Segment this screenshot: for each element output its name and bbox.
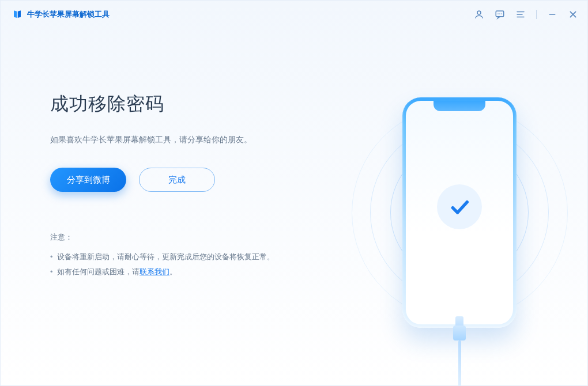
content-area: 成功移除密码 如果喜欢牛学长苹果屏幕解锁工具，请分享给你的朋友。 分享到微博 完… bbox=[1, 28, 587, 385]
right-panel bbox=[350, 69, 569, 385]
titlebar-separator bbox=[536, 10, 537, 19]
titlebar-left: 牛学长苹果屏幕解锁工具 bbox=[12, 9, 110, 20]
success-heading: 成功移除密码 bbox=[50, 92, 327, 117]
svg-point-0 bbox=[477, 11, 481, 14]
svg-point-3 bbox=[499, 13, 500, 14]
left-panel: 成功移除密码 如果喜欢牛学长苹果屏幕解锁工具，请分享给你的朋友。 分享到微博 完… bbox=[50, 69, 327, 385]
minimize-icon[interactable] bbox=[547, 9, 557, 20]
contact-us-link[interactable]: 联系我们 bbox=[140, 267, 169, 276]
phone-illustration bbox=[350, 74, 569, 351]
note-item-2-suffix: 。 bbox=[169, 267, 177, 276]
share-button[interactable]: 分享到微博 bbox=[50, 168, 126, 192]
menu-icon[interactable] bbox=[515, 9, 526, 20]
button-row: 分享到微博 完成 bbox=[50, 168, 327, 192]
phone-notch bbox=[434, 101, 485, 111]
titlebar-right bbox=[474, 9, 578, 20]
notes-section: 注意： 设备将重新启动，请耐心等待，更新完成后您的设备将恢复正常。 如有任何问题… bbox=[50, 232, 327, 279]
svg-point-4 bbox=[501, 13, 502, 14]
notes-list: 设备将重新启动，请耐心等待，更新完成后您的设备将恢复正常。 如有任何问题或困难，… bbox=[50, 249, 327, 279]
phone-frame bbox=[402, 97, 517, 328]
note-item-1: 设备将重新启动，请耐心等待，更新完成后您的设备将恢复正常。 bbox=[50, 249, 327, 264]
svg-point-2 bbox=[497, 13, 499, 14]
success-subtext: 如果喜欢牛学长苹果屏幕解锁工具，请分享给你的朋友。 bbox=[50, 133, 327, 146]
notes-title: 注意： bbox=[50, 232, 327, 243]
note-item-2-prefix: 如有任何问题或困难，请 bbox=[57, 267, 140, 276]
checkmark-icon bbox=[437, 184, 482, 229]
cable-icon bbox=[454, 316, 465, 386]
note-item-2: 如有任何问题或困难，请联系我们。 bbox=[50, 264, 327, 279]
feedback-icon[interactable] bbox=[495, 9, 505, 20]
done-button[interactable]: 完成 bbox=[139, 168, 215, 192]
phone-screen bbox=[406, 101, 513, 324]
app-title: 牛学长苹果屏幕解锁工具 bbox=[27, 9, 110, 20]
app-logo-icon bbox=[12, 9, 22, 20]
titlebar: 牛学长苹果屏幕解锁工具 bbox=[1, 1, 587, 28]
app-window: 牛学长苹果屏幕解锁工具 bbox=[0, 0, 588, 386]
user-icon[interactable] bbox=[474, 9, 484, 20]
close-icon[interactable] bbox=[568, 9, 578, 20]
